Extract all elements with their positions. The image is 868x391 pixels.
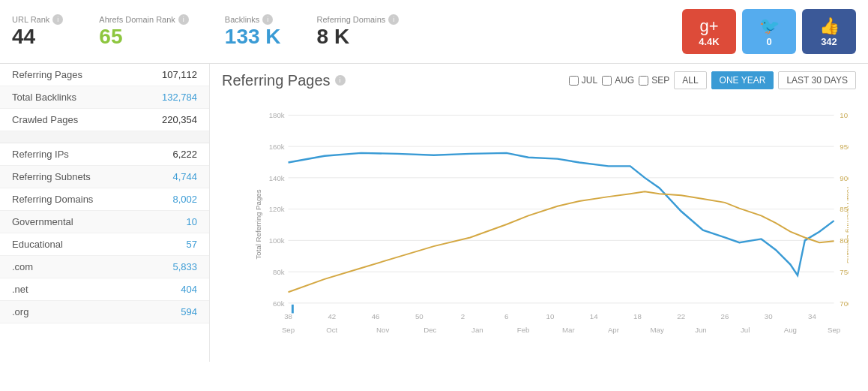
- social-buttons: g+ 4.4K 🐦 0 👍 342: [682, 9, 856, 54]
- filter-sep-checkbox[interactable]: [639, 76, 648, 86]
- list-item: Total Backlinks 132,784: [0, 86, 209, 109]
- svg-text:Jan: Jan: [471, 326, 483, 334]
- filter-all-button[interactable]: ALL: [674, 71, 706, 89]
- svg-text:10,000: 10,000: [840, 111, 849, 119]
- url-rank-info-icon[interactable]: i: [52, 14, 63, 25]
- sidebar-org-label: .org: [12, 306, 28, 317]
- list-item: .org 594: [0, 301, 209, 323]
- filter-jul-checkbox[interactable]: [569, 76, 579, 86]
- sidebar-educational-value: 57: [187, 239, 197, 250]
- stat-referring-domains: Referring Domains i 8 K: [317, 14, 400, 49]
- sidebar-com-label: .com: [12, 261, 33, 272]
- stat-backlinks: Backlinks i 133 K: [225, 14, 281, 49]
- stat-url-rank: URL Rank i 44: [12, 14, 63, 49]
- chart-wrapper: 180k 160k 140k 120k 100k 80k 60k 10,000 …: [222, 97, 856, 354]
- svg-text:38: 38: [284, 312, 292, 320]
- main-content: Referring Pages 107,112 Total Backlinks …: [0, 64, 868, 362]
- svg-text:120k: 120k: [269, 205, 285, 213]
- stat-url-rank-label: URL Rank: [12, 15, 49, 24]
- sidebar: Referring Pages 107,112 Total Backlinks …: [0, 64, 210, 362]
- sidebar-referring-pages-label: Referring Pages: [12, 69, 82, 80]
- sidebar-com-value: 5,833: [172, 261, 197, 272]
- facebook-icon: 👍: [819, 17, 840, 36]
- facebook-count: 342: [821, 36, 837, 47]
- sidebar-governmental-label: Governmental: [12, 216, 73, 227]
- svg-text:46: 46: [372, 312, 380, 320]
- referring-info-icon[interactable]: i: [388, 14, 399, 25]
- twitter-count: 0: [766, 36, 771, 47]
- svg-text:7000: 7000: [840, 299, 849, 308]
- svg-text:7500: 7500: [840, 268, 849, 276]
- ahrefs-rank-info-icon[interactable]: i: [178, 14, 189, 25]
- svg-text:14: 14: [590, 312, 598, 320]
- stat-backlinks-label: Backlinks: [225, 15, 259, 24]
- svg-text:9000: 9000: [840, 174, 849, 182]
- svg-text:100k: 100k: [269, 236, 285, 245]
- twitter-button[interactable]: 🐦 0: [742, 9, 796, 54]
- gold-chart-line: [289, 191, 834, 292]
- svg-text:Mar: Mar: [562, 326, 575, 334]
- sidebar-crawled-pages-label: Crawled Pages: [12, 114, 78, 125]
- svg-text:Feb: Feb: [517, 326, 530, 334]
- svg-text:140k: 140k: [269, 174, 285, 182]
- svg-text:Total Referring Domains: Total Referring Domains: [846, 185, 849, 263]
- svg-text:180k: 180k: [269, 111, 285, 119]
- svg-text:60k: 60k: [273, 299, 285, 308]
- sidebar-net-value: 404: [181, 284, 197, 295]
- sidebar-total-backlinks-label: Total Backlinks: [12, 92, 76, 103]
- filter-aug-checkbox[interactable]: [602, 76, 612, 86]
- stat-ahrefs-domain-rank: Ahrefs Domain Rank i 65: [99, 14, 189, 49]
- chart-info-icon[interactable]: i: [335, 75, 346, 86]
- svg-text:Oct: Oct: [326, 326, 337, 334]
- gplus-button[interactable]: g+ 4.4K: [682, 9, 736, 54]
- chart-area: Referring Pages i JUL AUG SEP ALL ONE YE…: [210, 64, 868, 362]
- backlinks-info-icon[interactable]: i: [262, 14, 273, 25]
- svg-text:50: 50: [415, 312, 424, 320]
- filter-last-30-days-button[interactable]: LAST 30 DAYS: [778, 71, 856, 89]
- stat-referring-value: 8 K: [317, 25, 400, 49]
- filter-jul[interactable]: JUL: [569, 75, 597, 86]
- referring-pages-chart: 180k 160k 140k 120k 100k 80k 60k 10,000 …: [252, 97, 849, 352]
- list-item: Educational 57: [0, 233, 209, 256]
- svg-text:18: 18: [633, 312, 642, 320]
- chart-header: Referring Pages i JUL AUG SEP ALL ONE YE…: [222, 71, 856, 89]
- svg-text:42: 42: [328, 312, 336, 320]
- svg-text:10: 10: [546, 312, 555, 320]
- svg-text:Jun: Jun: [695, 326, 707, 334]
- twitter-icon: 🐦: [759, 17, 780, 36]
- sidebar-total-backlinks-value: 132,784: [162, 92, 197, 103]
- sidebar-referring-ips-value: 6,222: [172, 149, 197, 160]
- sidebar-divider: [0, 131, 209, 143]
- svg-text:160k: 160k: [269, 143, 285, 151]
- svg-text:Jul: Jul: [741, 326, 750, 334]
- svg-text:Aug: Aug: [784, 326, 797, 334]
- svg-text:Dec: Dec: [424, 326, 436, 334]
- list-item: Crawled Pages 220,354: [0, 109, 209, 131]
- svg-text:2: 2: [461, 312, 465, 320]
- list-item: Referring IPs 6,222: [0, 143, 209, 166]
- svg-text:34: 34: [808, 312, 816, 320]
- sidebar-referring-subnets-value: 4,744: [172, 171, 197, 182]
- stat-backlinks-value: 133 K: [225, 25, 281, 49]
- gplus-count: 4.4K: [699, 36, 719, 47]
- gplus-icon: g+: [699, 17, 718, 36]
- svg-text:6: 6: [504, 312, 508, 320]
- sidebar-referring-ips-label: Referring IPs: [12, 149, 69, 160]
- svg-text:Sep: Sep: [828, 326, 840, 334]
- svg-text:Sep: Sep: [282, 326, 295, 334]
- chart-filters: JUL AUG SEP ALL ONE YEAR LAST 30 DAYS: [569, 71, 856, 89]
- stat-url-rank-value: 44: [12, 25, 63, 49]
- filter-one-year-button[interactable]: ONE YEAR: [711, 71, 774, 89]
- sidebar-governmental-value: 10: [187, 216, 197, 227]
- svg-text:30: 30: [765, 312, 773, 320]
- top-bar: URL Rank i 44 Ahrefs Domain Rank i 65 Ba…: [0, 0, 868, 64]
- sidebar-referring-subnets-label: Referring Subnets: [12, 171, 91, 182]
- sidebar-referring-domains-value: 8,002: [172, 194, 197, 205]
- sidebar-educational-label: Educational: [12, 239, 63, 250]
- svg-text:22: 22: [677, 312, 685, 320]
- facebook-button[interactable]: 👍 342: [802, 9, 856, 54]
- filter-sep[interactable]: SEP: [639, 75, 669, 86]
- filter-aug[interactable]: AUG: [602, 75, 634, 86]
- sidebar-crawled-pages-value: 220,354: [162, 114, 197, 125]
- sidebar-referring-pages-value: 107,112: [162, 69, 197, 80]
